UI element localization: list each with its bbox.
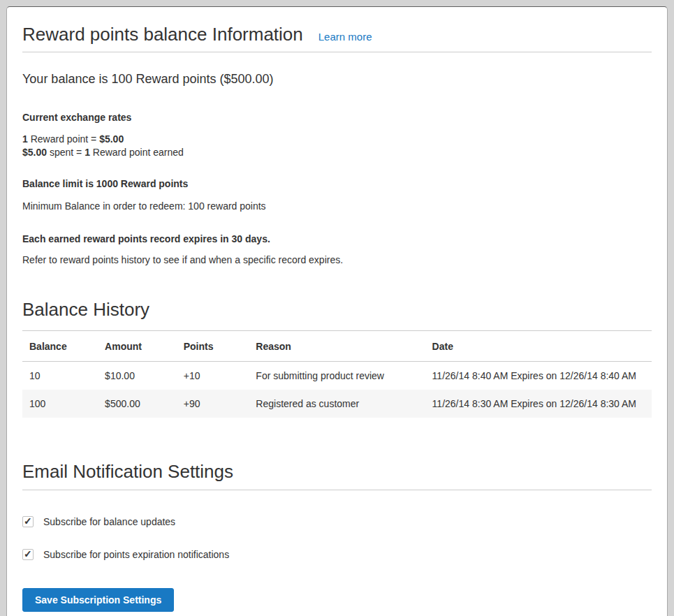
balance-updates-checkbox[interactable] <box>22 516 34 527</box>
expiration-notifications-label[interactable]: Subscribe for points expiration notifica… <box>43 549 229 560</box>
balance-summary: Your balance is 100 Reward points ($500.… <box>22 72 652 87</box>
cell-points: +10 <box>177 362 249 390</box>
page-header: Reward points balance Information Learn … <box>22 24 652 45</box>
email-notification-settings-title: Email Notification Settings <box>22 461 652 483</box>
column-header-balance: Balance <box>22 331 98 362</box>
expiration-notifications-checkbox[interactable] <box>22 549 34 560</box>
minimum-balance-note: Minimum Balance in order to redeem: 100 … <box>22 200 652 212</box>
cell-points: +90 <box>177 390 249 418</box>
expiration-hint: Refer to reward points history to see if… <box>22 254 652 265</box>
cell-amount: $10.00 <box>98 362 177 390</box>
cell-date: 11/26/14 8:30 AM Expires on 12/26/14 8:3… <box>425 390 652 418</box>
balance-updates-label[interactable]: Subscribe for balance updates <box>43 516 175 527</box>
balance-history-title: Balance History <box>22 299 652 321</box>
exchange-rate-earn-line: 1 Reward point = $5.00 <box>22 133 124 145</box>
cell-amount: $500.00 <box>98 390 177 418</box>
cell-balance: 100 <box>22 390 98 418</box>
table-row: 10 $10.00 +10 For submitting product rev… <box>22 362 652 390</box>
cell-reason: For submitting product review <box>249 362 425 390</box>
cell-balance: 10 <box>22 362 98 390</box>
column-header-date: Date <box>425 331 652 362</box>
balance-limit-note: Balance limit is 1000 Reward points <box>22 178 652 189</box>
exchange-rates-heading: Current exchange rates <box>22 112 652 123</box>
cell-date: 11/26/14 8:40 AM Expires on 12/26/14 8:4… <box>425 362 652 390</box>
balance-updates-option[interactable]: Subscribe for balance updates <box>22 516 652 527</box>
exchange-rates-lines: 1 Reward point = $5.00 $5.00 spent = 1 R… <box>22 133 652 159</box>
email-section-divider <box>22 490 652 490</box>
save-subscription-settings-button[interactable]: Save Subscription Settings <box>22 588 174 612</box>
table-header-row: Balance Amount Points Reason Date <box>22 331 652 362</box>
column-header-amount: Amount <box>98 331 177 362</box>
learn-more-link[interactable]: Learn more <box>318 31 372 43</box>
column-header-reason: Reason <box>249 331 425 362</box>
balance-history-table: Balance Amount Points Reason Date 10 $10… <box>22 330 652 418</box>
title-divider <box>22 52 652 52</box>
table-row: 100 $500.00 +90 Registered as customer 1… <box>22 390 652 418</box>
exchange-rate-spend-line: $5.00 spent = 1 Reward point earned <box>22 147 184 158</box>
page-title: Reward points balance Information <box>22 24 303 45</box>
reward-points-panel: Reward points balance Information Learn … <box>6 6 668 616</box>
cell-reason: Registered as customer <box>249 390 425 418</box>
expiration-notifications-option[interactable]: Subscribe for points expiration notifica… <box>22 549 652 560</box>
expiration-note: Each earned reward points record expires… <box>22 233 652 244</box>
column-header-points: Points <box>177 331 249 362</box>
